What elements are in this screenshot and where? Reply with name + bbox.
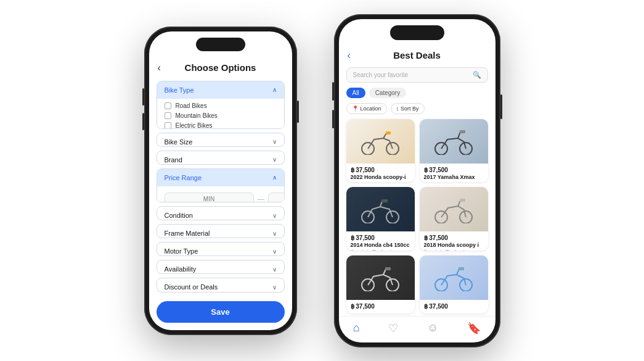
product-card-2[interactable]: ฿ 37,500 2014 Honda cb4 150cc Bangkok, T… <box>346 187 415 251</box>
chevron-up-icon: ∧ <box>272 86 277 93</box>
filter-label-brand: Brand <box>165 156 182 164</box>
right-vol-up-button[interactable] <box>332 82 334 101</box>
right-vol-down-button[interactable] <box>332 110 334 128</box>
card-info-0: ฿ 37,500 2022 Honda scoopy-i Bangkok, Th… <box>346 164 415 183</box>
right-page-title: Best Deals <box>393 50 441 60</box>
sort-by-chip[interactable]: ↕ Sort By <box>391 103 425 114</box>
filter-item-discount: Discount or Deals ∨ <box>157 278 285 292</box>
card-price-4: ฿ 37,500 <box>351 303 410 310</box>
card-info-4: ฿ 37,500 <box>346 300 415 313</box>
card-location-2: Bangkok, Thailand <box>351 249 410 251</box>
bottom-nav: ⌂ ♡ ☺ 🔖 <box>339 316 495 342</box>
price-max-input[interactable] <box>268 193 285 202</box>
filter-header-bike-type[interactable]: Bike Type ∧ <box>157 81 284 99</box>
card-name-0: 2022 Honda scoopy-i <box>351 174 410 180</box>
filter-label-bike-size: Bike Size <box>165 138 193 146</box>
vol-down-button[interactable] <box>142 113 144 130</box>
card-location-0: Bangkok, Thailand <box>351 181 410 183</box>
dynamic-island-left <box>196 38 245 51</box>
filter-header-discount[interactable]: Discount or Deals ∨ <box>157 278 284 292</box>
filter-label-bike-type: Bike Type <box>165 86 194 94</box>
nav-profile-icon[interactable]: ☺ <box>427 322 438 334</box>
chevron-down-availability-icon: ∨ <box>272 266 277 273</box>
filter-list: Bike Type ∧ Road Bikes Mountain Bikes <box>149 77 292 296</box>
filter-header-availability[interactable]: Availability ∨ <box>157 260 284 274</box>
filter-header-bike-size[interactable]: Bike Size ∨ <box>157 133 284 147</box>
checkbox-electric-bikes[interactable] <box>165 122 171 129</box>
dynamic-island-right <box>390 25 444 40</box>
nav-home-icon[interactable]: ⌂ <box>353 322 360 334</box>
svg-rect-11 <box>460 199 465 202</box>
chevron-down-bike-size-icon: ∨ <box>272 138 277 145</box>
option-electric-bikes[interactable]: Electric Bikes <box>165 122 277 129</box>
card-location-1: Bangkok, Thailand <box>424 181 484 183</box>
option-label-road-bikes: Road Bikes <box>176 102 207 109</box>
filters-row: 📍 Location ↕ Sort By <box>339 101 495 117</box>
right-power-button[interactable] <box>500 94 502 119</box>
card-image-1 <box>420 119 488 164</box>
checkbox-road-bikes[interactable] <box>165 102 171 109</box>
nav-bookmark-icon[interactable]: 🔖 <box>467 322 481 335</box>
left-content: ‹ Choose Options Bike Type ∧ <box>149 31 292 330</box>
card-info-1: ฿ 37,500 2017 Yamaha Xmax Bangkok, Thail… <box>420 164 488 183</box>
right-phone: ‹ Best Deals Search your favorite 🔍 All … <box>334 14 500 347</box>
left-header: ‹ Choose Options <box>149 57 292 77</box>
price-min-input[interactable] <box>165 193 254 202</box>
option-mountain-bikes[interactable]: Mountain Bikes <box>165 112 277 119</box>
tabs-row: All Category <box>339 85 495 101</box>
power-button[interactable] <box>297 101 299 123</box>
option-road-bikes[interactable]: Road Bikes <box>165 102 277 109</box>
option-label-mountain-bikes: Mountain Bikes <box>176 112 218 119</box>
filter-label-frame-material: Frame Material <box>165 230 210 237</box>
right-content: ‹ Best Deals Search your favorite 🔍 All … <box>339 19 495 342</box>
card-info-5: ฿ 37,500 <box>420 300 488 313</box>
filter-item-availability: Availability ∨ <box>157 260 285 274</box>
card-location-3: Bangkok, Thailand <box>424 249 484 251</box>
location-icon: 📍 <box>352 106 359 112</box>
product-card-3[interactable]: ฿ 37,500 2018 Honda scoopy i Bangkok, Th… <box>420 187 488 251</box>
tab-category[interactable]: Category <box>369 88 407 98</box>
product-card-5[interactable]: ฿ 37,500 <box>420 255 488 313</box>
filter-item-brand: Brand ∨ <box>157 151 285 165</box>
card-image-3 <box>420 187 488 231</box>
chevron-down-discount-icon: ∨ <box>272 284 277 291</box>
svg-rect-2 <box>386 131 391 135</box>
sort-icon: ↕ <box>396 106 399 112</box>
location-chip[interactable]: 📍 Location <box>346 103 387 114</box>
chevron-down-frame-icon: ∨ <box>272 230 277 237</box>
vol-up-button[interactable] <box>142 88 144 106</box>
right-screen: ‹ Best Deals Search your favorite 🔍 All … <box>339 19 495 342</box>
product-card-4[interactable]: ฿ 37,500 <box>346 255 415 313</box>
filter-header-condition[interactable]: Condition ∨ <box>157 207 284 220</box>
right-header: ‹ Best Deals <box>339 46 495 65</box>
left-page-title: Choose Options <box>185 62 256 73</box>
filter-label-availability: Availability <box>165 265 197 273</box>
location-chip-label: Location <box>361 106 381 112</box>
search-icon[interactable]: 🔍 <box>473 71 481 79</box>
product-card-0[interactable]: ฿ 37,500 2022 Honda scoopy-i Bangkok, Th… <box>346 119 415 183</box>
card-info-3: ฿ 37,500 2018 Honda scoopy i Bangkok, Th… <box>420 231 488 251</box>
svg-rect-17 <box>459 267 464 270</box>
filter-header-price-range[interactable]: Price Range ∧ <box>157 169 284 186</box>
filter-item-bike-type: Bike Type ∧ Road Bikes Mountain Bikes <box>157 81 285 129</box>
filter-body-bike-type: Road Bikes Mountain Bikes Electric Bikes <box>157 99 284 129</box>
nav-heart-icon[interactable]: ♡ <box>388 322 398 335</box>
product-card-1[interactable]: ฿ 37,500 2017 Yamaha Xmax Bangkok, Thail… <box>420 119 488 183</box>
search-bar[interactable]: Search your favorite 🔍 <box>346 67 488 83</box>
filter-item-condition: Condition ∨ <box>157 206 285 220</box>
filter-label-motor-type: Motor Type <box>165 247 198 255</box>
filter-header-brand[interactable]: Brand ∨ <box>157 151 284 165</box>
card-image-2 <box>346 187 415 231</box>
back-arrow-right[interactable]: ‹ <box>348 50 351 61</box>
phones-container: ‹ Choose Options Bike Type ∧ <box>132 2 513 360</box>
chevron-down-brand-icon: ∨ <box>272 156 277 163</box>
filter-header-motor-type[interactable]: Motor Type ∨ <box>157 243 284 256</box>
option-label-electric-bikes: Electric Bikes <box>176 122 213 129</box>
checkbox-mountain-bikes[interactable] <box>165 112 171 119</box>
card-price-1: ฿ 37,500 <box>424 167 484 173</box>
back-arrow-left[interactable]: ‹ <box>158 62 161 73</box>
filter-header-frame-material[interactable]: Frame Material ∨ <box>157 225 284 238</box>
save-button[interactable]: Save <box>157 301 285 323</box>
filter-item-price-range: Price Range ∧ — <box>157 168 285 202</box>
tab-all[interactable]: All <box>346 88 365 98</box>
